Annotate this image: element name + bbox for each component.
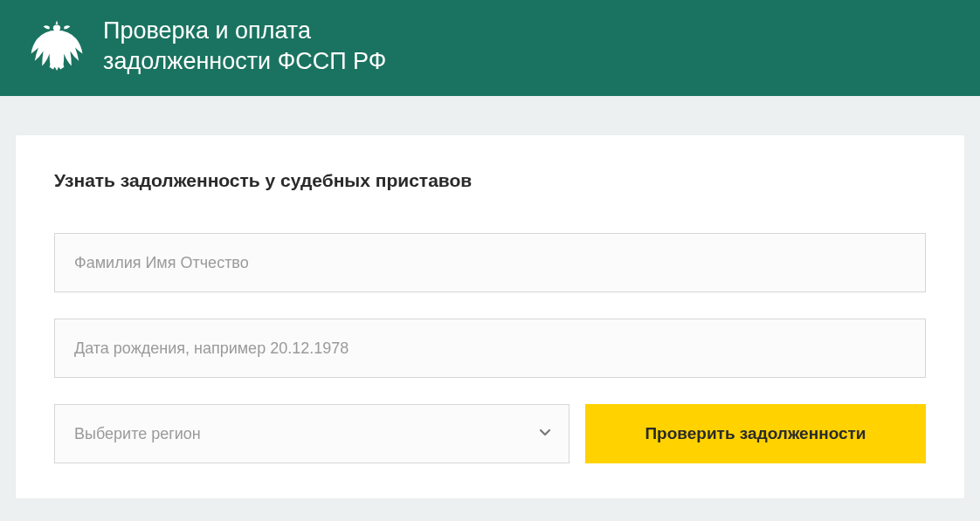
svg-point-0: [53, 25, 60, 31]
search-card: Узнать задолженность у судебных приставо…: [16, 135, 964, 498]
region-select-wrapper: Выберите регион: [54, 404, 569, 463]
card-title: Узнать задолженность у судебных приставо…: [54, 170, 926, 191]
check-debts-button[interactable]: Проверить задолженности: [585, 404, 926, 463]
fssp-eagle-logo-icon: [26, 16, 87, 77]
svg-rect-2: [55, 46, 59, 58]
full-name-input[interactable]: [54, 233, 926, 292]
header-title-line2: задолженности ФССП РФ: [103, 48, 386, 74]
header-title: Проверка и оплата задолженности ФССП РФ: [103, 16, 386, 77]
region-select[interactable]: Выберите регион: [54, 404, 569, 463]
dob-input[interactable]: [54, 319, 926, 378]
form-row-dob: [54, 319, 926, 378]
header-title-line1: Проверка и оплата: [103, 17, 311, 44]
svg-point-1: [52, 35, 61, 47]
form-row-name: [54, 233, 926, 292]
main-content: Узнать задолженность у судебных приставо…: [0, 96, 980, 498]
header: Проверка и оплата задолженности ФССП РФ: [0, 0, 980, 96]
form-row-region-submit: Выберите регион Проверить задолженности: [54, 404, 926, 463]
